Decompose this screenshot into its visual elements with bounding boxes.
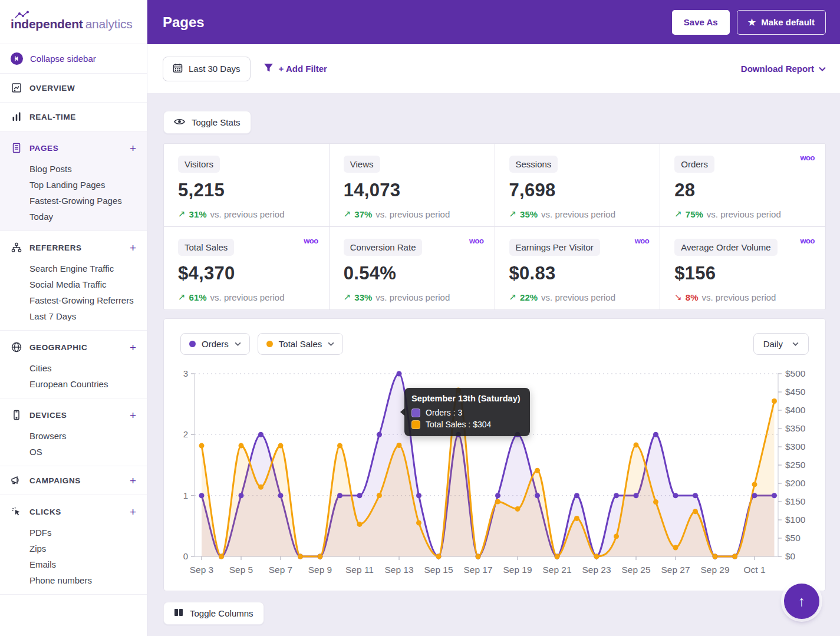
svg-text:$450: $450: [785, 387, 806, 397]
add-report-plus-icon[interactable]: +: [130, 342, 136, 353]
sidebar-item-referrers[interactable]: REFERRERS+: [0, 235, 147, 261]
stat-card-orders: Orderswoo28↗75%vs. previous period: [660, 144, 825, 226]
add-report-plus-icon[interactable]: +: [130, 475, 136, 486]
sidebar-item-geographic[interactable]: GEOGRAPHIC+: [0, 334, 147, 360]
add-report-plus-icon[interactable]: +: [130, 242, 136, 253]
series-total-sales-dropdown[interactable]: Total Sales: [258, 333, 343, 355]
stat-change-note: vs. previous period: [707, 209, 781, 219]
woocommerce-badge-icon: woo: [801, 236, 815, 245]
woocommerce-badge-icon: woo: [304, 236, 318, 245]
stat-change: ↗33%vs. previous period: [344, 292, 480, 302]
sidebar-subitem-social-media-traffic[interactable]: Social Media Traffic: [0, 276, 147, 292]
stat-value: $0.83: [509, 263, 646, 284]
sidebar-subitem-os[interactable]: OS: [0, 444, 147, 460]
stat-change: ↗31%vs. previous period: [178, 209, 315, 219]
sidebar-subitem-cities[interactable]: Cities: [0, 360, 147, 376]
eye-icon: [174, 117, 185, 127]
star-icon: ★: [748, 17, 756, 28]
stat-label: Total Sales: [178, 239, 234, 256]
stat-change-percent: 75%: [686, 209, 703, 219]
series-orders-dropdown[interactable]: Orders: [180, 333, 250, 355]
sidebar-item-campaigns[interactable]: CAMPAIGNS+: [0, 466, 147, 495]
sidebar-subitem-fastest-growing-pages[interactable]: Fastest-Growing Pages: [0, 193, 147, 209]
sidebar-subitem-emails[interactable]: Emails: [0, 556, 147, 572]
toggle-columns-button[interactable]: Toggle Columns: [163, 602, 264, 625]
stat-value: $156: [674, 263, 811, 284]
add-report-plus-icon[interactable]: +: [130, 410, 136, 421]
clicks-icon: [11, 506, 22, 518]
svg-text:1: 1: [183, 490, 188, 500]
sidebar-section-label: REFERRERS: [29, 243, 122, 252]
sidebar-section-campaigns: CAMPAIGNS+: [0, 466, 147, 495]
top-header-bar: Pages Save As ★ Make default: [147, 0, 840, 44]
sidebar-subitem-phone-numbers[interactable]: Phone numbers: [0, 572, 147, 588]
sidebar-section-label: CLICKS: [29, 508, 122, 516]
date-range-button[interactable]: Last 30 Days: [163, 57, 251, 81]
sidebar-item-overview[interactable]: OVERVIEW: [0, 74, 147, 102]
svg-text:$400: $400: [785, 405, 806, 415]
tooltip-series-swatch-icon: [411, 420, 420, 429]
header-actions: Save As ★ Make default: [672, 10, 826, 35]
arrow-up-icon: ↑: [798, 593, 805, 609]
interval-select[interactable]: Daily: [753, 333, 809, 355]
sidebar-section-overview: OVERVIEW: [0, 74, 147, 103]
orders-sales-line-chart[interactable]: 0123$0$50$100$150$200$250$300$350$400$45…: [178, 361, 811, 582]
orders-series-dot-icon: [189, 341, 196, 347]
trend-up-arrow-icon: ↗: [344, 209, 351, 219]
pages-icon: [11, 143, 22, 154]
stat-card-earnings-per-visitor: Earnings Per Visitorwoo$0.83↗22%vs. prev…: [495, 227, 660, 309]
stat-change-note: vs. previous period: [541, 209, 615, 219]
sidebar-subitem-today[interactable]: Today: [0, 209, 147, 225]
sidebar-subitem-last-7-days[interactable]: Last 7 Days: [0, 308, 147, 324]
sidebar-item-clicks[interactable]: CLICKS+: [0, 499, 147, 525]
scroll-to-top-button[interactable]: ↑: [784, 584, 819, 619]
stat-value: 28: [674, 180, 811, 201]
chevron-down-icon: [328, 342, 334, 346]
independent-analytics-app: independentanalytics Collapse sidebar OV…: [0, 0, 840, 636]
stat-change-note: vs. previous period: [375, 209, 450, 219]
sidebar-subitem-fastest-growing-referrers[interactable]: Fastest-Growing Referrers: [0, 292, 147, 308]
collapse-sidebar-button[interactable]: Collapse sidebar: [0, 44, 147, 74]
svg-text:Sep 23: Sep 23: [582, 565, 611, 575]
svg-text:2: 2: [183, 429, 188, 439]
sidebar-nav: OVERVIEWREAL-TIMEPAGES+Blog PostsTop Lan…: [0, 74, 147, 595]
stat-card-total-sales: Total Saleswoo$4,370↗61%vs. previous per…: [164, 227, 329, 309]
stats-grid: Visitors5,215↗31%vs. previous periodView…: [163, 143, 826, 310]
filter-toolbar: Last 30 Days + Add Filter Download Repor…: [147, 44, 840, 93]
collapse-sidebar-label: Collapse sidebar: [30, 54, 96, 64]
stat-change-note: vs. previous period: [210, 292, 285, 302]
stat-card-average-order-volume: Average Order Volumewoo$156↘8%vs. previo…: [660, 227, 825, 309]
orders-series-label: Orders: [202, 339, 229, 349]
sidebar-section-label: DEVICES: [29, 411, 122, 420]
save-as-button[interactable]: Save As: [672, 10, 730, 35]
sidebar-subitem-search-engine-traffic[interactable]: Search Engine Traffic: [0, 261, 147, 276]
svg-text:Sep 5: Sep 5: [229, 565, 253, 575]
trend-up-arrow-icon: ↗: [178, 209, 186, 219]
toggle-stats-button[interactable]: Toggle Stats: [163, 111, 251, 134]
sidebar-subitem-european-countries[interactable]: European Countries: [0, 376, 147, 392]
stat-card-sessions: Sessions7,698↗35%vs. previous period: [495, 144, 660, 226]
sidebar-section-geographic: GEOGRAPHIC+CitiesEuropean Countries: [0, 331, 147, 398]
download-report-button[interactable]: Download Report: [741, 64, 826, 74]
svg-text:Sep 3: Sep 3: [190, 565, 214, 575]
sidebar-subitem-blog-posts[interactable]: Blog Posts: [0, 161, 147, 177]
sidebar-subitem-pdfs[interactable]: PDFs: [0, 525, 147, 541]
sidebar-subitem-browsers[interactable]: Browsers: [0, 428, 147, 444]
sidebar-item-pages[interactable]: PAGES+: [0, 135, 147, 161]
stat-change-percent: 8%: [686, 292, 699, 302]
sidebar-item-real-time[interactable]: REAL-TIME: [0, 103, 147, 131]
toggle-stats-label: Toggle Stats: [192, 117, 241, 127]
add-report-plus-icon[interactable]: +: [130, 506, 136, 518]
sidebar-section-referrers: REFERRERS+Search Engine TrafficSocial Me…: [0, 231, 147, 331]
stat-value: 5,215: [178, 180, 315, 201]
add-filter-button[interactable]: + Add Filter: [263, 63, 327, 74]
make-default-button[interactable]: ★ Make default: [737, 10, 826, 35]
stat-change: ↗22%vs. previous period: [509, 292, 646, 302]
chart-controls: Orders Total Sales Daily: [164, 333, 825, 355]
sidebar: independentanalytics Collapse sidebar OV…: [0, 0, 147, 636]
sidebar-item-devices[interactable]: DEVICES+: [0, 402, 147, 428]
stat-card-views: Views14,073↗37%vs. previous period: [330, 144, 495, 226]
sidebar-subitem-top-landing-pages[interactable]: Top Landing Pages: [0, 177, 147, 193]
sidebar-subitem-zips[interactable]: Zips: [0, 541, 147, 556]
add-report-plus-icon[interactable]: +: [130, 143, 136, 154]
